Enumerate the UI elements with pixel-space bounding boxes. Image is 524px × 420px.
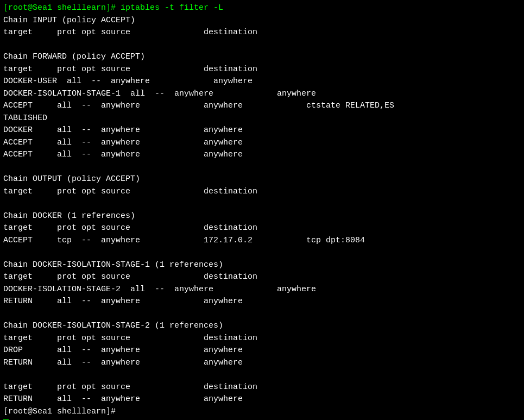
- accept-docker-line: ACCEPT all -- anywhere anywhere: [3, 137, 521, 149]
- return-iso1-line: RETURN all -- anywhere anywhere: [3, 296, 521, 308]
- header-forward-line: target prot opt source destination: [3, 64, 521, 76]
- header-input-line: target prot opt source destination: [3, 27, 521, 39]
- terminal-window: [root@Sea1 shelllearn]# iptables -t filt…: [0, 0, 524, 420]
- chain-iso2-line: Chain DOCKER-ISOLATION-STAGE-2 (1 refere…: [3, 320, 521, 333]
- header-iso1-line: target prot opt source destination: [3, 271, 521, 284]
- blank-line-1: [3, 39, 521, 52]
- header-docker-user-line: RETURN all -- anywhere anywhere: [3, 393, 521, 406]
- chain-docker-user-line: target prot opt source destination: [3, 381, 521, 394]
- blank-line-6: [3, 369, 521, 381]
- return-iso2-line: RETURN all -- anywhere anywhere: [3, 357, 521, 369]
- return-user-line: [root@Sea1 shelllearn]#: [3, 406, 521, 418]
- chain-input-line: Chain INPUT (policy ACCEPT): [3, 15, 521, 27]
- chain-output-line: Chain OUTPUT (policy ACCEPT): [3, 173, 521, 186]
- prompt-line[interactable]: [3, 418, 521, 420]
- drop-line: DROP all -- anywhere anywhere: [3, 344, 521, 357]
- tablished-line: TABLISHED: [3, 112, 521, 125]
- docker-user-line: DOCKER-USER all -- anywhere anywhere: [3, 76, 521, 88]
- docker-iso1-line: DOCKER-ISOLATION-STAGE-1 all -- anywhere…: [3, 88, 521, 101]
- terminal-output: [root@Sea1 shelllearn]# iptables -t filt…: [3, 2, 521, 420]
- header-iso2-line: target prot opt source destination: [3, 333, 521, 345]
- docker-iso2-line: DOCKER-ISOLATION-STAGE-2 all -- anywhere…: [3, 284, 521, 296]
- blank-line-5: [3, 308, 521, 321]
- blank-line-3: [3, 198, 521, 210]
- header-output-line: target prot opt source destination: [3, 186, 521, 198]
- chain-iso1-line: Chain DOCKER-ISOLATION-STAGE-1 (1 refere…: [3, 259, 521, 272]
- docker-line: DOCKER all -- anywhere anywhere: [3, 124, 521, 137]
- accept-tcp-line: ACCEPT tcp -- anywhere 172.17.0.2 tcp dp…: [3, 235, 521, 247]
- header-docker-line: target prot opt source destination: [3, 222, 521, 235]
- chain-docker-line: Chain DOCKER (1 references): [3, 210, 521, 223]
- accept-related-line: ACCEPT all -- anywhere anywhere ctstate …: [3, 100, 521, 112]
- blank-line-2: [3, 161, 521, 174]
- command-line: [root@Sea1 shelllearn]# iptables -t filt…: [3, 2, 521, 15]
- accept-docker2-line: ACCEPT all -- anywhere anywhere: [3, 149, 521, 161]
- chain-forward-line: Chain FORWARD (policy ACCEPT): [3, 51, 521, 64]
- blank-line-4: [3, 247, 521, 259]
